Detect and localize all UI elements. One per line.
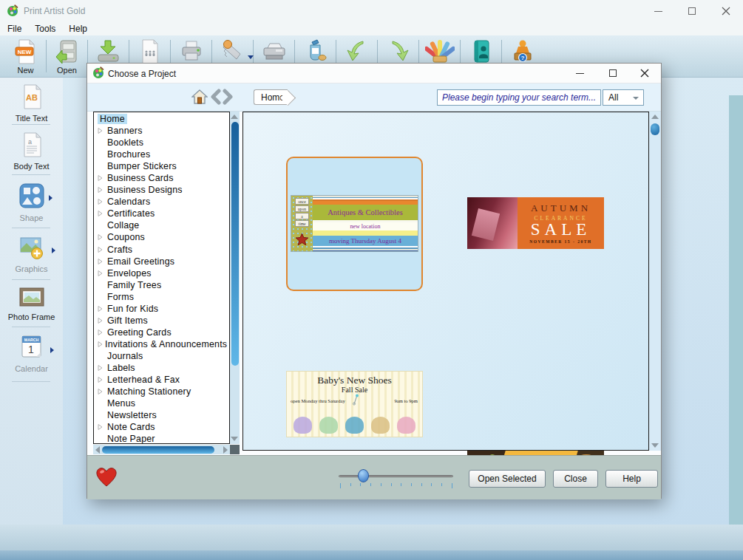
expander-icon[interactable] [94,174,105,182]
expander-icon[interactable] [94,376,105,383]
thumbnail-size-slider-thumb[interactable] [358,469,369,482]
thumbnail-antiques-banner[interactable]: onceuponatime Antiques & Collectibles ne… [286,157,423,291]
expander-icon[interactable] [94,364,105,372]
open-project-button[interactable]: Open [47,38,86,75]
expander-icon[interactable] [94,305,105,313]
dialog-maximize-button[interactable] [598,64,628,83]
tree-item-business-designs[interactable]: Business Designs [94,184,229,196]
dialog-close-button[interactable] [630,64,659,83]
calendar-flyout-icon[interactable] [50,347,54,353]
maximize-button[interactable] [675,0,709,22]
help-button[interactable]: Help [605,470,658,488]
tree-horizontal-scrollbar[interactable] [93,445,230,454]
tree-item-journals[interactable]: Journals [94,350,229,362]
menu-help[interactable]: Help [69,24,87,34]
minimize-button[interactable] [641,0,675,22]
tree-item-email-greetings[interactable]: Email Greetings [94,256,229,267]
shape-flyout-icon[interactable] [49,195,52,201]
tree-item-invitations-announcements[interactable]: Invitations & Announcements [94,338,229,350]
print-button[interactable] [172,38,211,65]
scroll-right-icon[interactable] [223,446,228,454]
help-center-button[interactable]: ? [503,38,542,65]
sidebar-item-shape[interactable]: Shape [0,182,63,222]
expander-icon[interactable] [94,258,105,265]
tree-item-home[interactable]: Home [94,113,229,125]
paste-special-button[interactable] [296,38,335,65]
expander-icon[interactable] [94,341,103,348]
tree-item-matching-stationery[interactable]: Matching Stationery [94,386,229,397]
share-print-button[interactable] [130,38,169,65]
tree-item-banners[interactable]: Banners [94,125,229,137]
expander-icon[interactable] [94,233,105,241]
forward-button[interactable] [223,89,234,108]
thumbnail-size-slider-track[interactable] [339,475,453,477]
breadcrumb[interactable]: Home [254,89,288,105]
scroll-left-icon[interactable] [95,446,100,454]
expander-icon[interactable] [94,198,105,205]
thumbnail-autumn-sale-banner[interactable]: AUTUMN CLEARANCE SALE NOVEMBER 15 - 20TH [467,197,604,249]
tree-item-envelopes[interactable]: Envelopes [94,267,229,279]
tree-item-calendars[interactable]: Calendars [94,196,229,208]
scroll-up-icon[interactable] [231,115,238,119]
tree-item-business-cards[interactable]: Business Cards [94,172,229,184]
tree-item-gift-items[interactable]: Gift Items [94,315,229,327]
tree-item-forms[interactable]: Forms [94,291,229,303]
expander-icon[interactable] [94,317,105,324]
expander-icon[interactable] [94,246,105,253]
tree-item-labels[interactable]: Labels [94,362,229,374]
cutter-dropdown-icon[interactable] [248,55,254,59]
tree-item-brochures[interactable]: Brochures [94,148,229,160]
expander-icon[interactable] [94,270,105,277]
tree-item-family-trees[interactable]: Family Trees [94,279,229,291]
export-graphic-button[interactable] [379,38,418,65]
graphics-flyout-icon[interactable] [52,247,55,253]
save-project-button[interactable] [89,38,128,65]
sidebar-item-photo-frame[interactable]: Photo Frame [0,285,63,321]
favorites-heart-icon[interactable] [95,465,118,488]
tree-item-certificates[interactable]: Certificates [94,208,229,219]
thumbnails-scroll-thumb[interactable] [651,123,659,135]
tree-item-note-paper[interactable]: Note Paper [94,433,229,444]
scroll-down-icon[interactable] [651,443,659,448]
sidebar-item-body-text[interactable]: a Body Text [0,132,63,171]
tree-item-collage[interactable]: Collage [94,219,229,231]
close-button[interactable] [709,0,743,22]
color-schemes-button[interactable] [420,38,459,65]
tree-item-coupons[interactable]: Coupons [94,231,229,243]
address-book-button[interactable] [461,38,501,65]
tree-item-bumper-stickers[interactable]: Bumper Stickers [94,160,229,172]
home-button[interactable] [191,89,208,108]
tree-item-note-cards[interactable]: Note Cards [94,421,229,433]
expander-icon[interactable] [94,388,105,395]
dialog-minimize-button[interactable] [565,64,594,83]
expander-icon[interactable] [94,423,105,431]
thumbnails-vertical-scrollbar[interactable] [649,112,661,451]
tree-scroll-thumb[interactable] [231,122,239,366]
menu-tools[interactable]: Tools [35,24,55,34]
copy-center-button[interactable] [254,38,294,65]
expander-icon[interactable] [94,329,105,336]
back-button[interactable] [210,89,221,108]
tree-item-booklets[interactable]: Booklets [94,137,229,148]
tree-vertical-scrollbar[interactable] [230,112,240,444]
expander-icon[interactable] [94,186,105,194]
sidebar-item-calendar[interactable]: MARCH 1 Calendar [0,332,63,373]
craft-cutter-button[interactable] [213,38,252,65]
expander-icon[interactable] [94,127,105,134]
new-document-button[interactable]: NEW New [6,38,45,75]
scroll-up-icon[interactable] [651,115,659,119]
thumbnail-baby-shoes-banner[interactable]: Baby's New Shoes Fall Sale open Monday t… [286,371,423,437]
expander-icon[interactable] [94,210,105,217]
close-dialog-button[interactable]: Close [553,470,598,488]
tree-item-menus[interactable]: Menus [94,397,229,409]
tree-item-greeting-cards[interactable]: Greeting Cards [94,327,229,338]
menu-file[interactable]: File [7,24,21,34]
sidebar-item-graphics[interactable]: Graphics [0,234,63,273]
tree-item-letterhead-fax[interactable]: Letterhead & Fax [94,374,229,386]
import-graphic-button[interactable] [337,38,376,65]
sidebar-item-title-text[interactable]: AB Title Text [0,83,63,123]
scroll-down-icon[interactable] [231,437,238,441]
tree-hscroll-thumb[interactable] [102,446,214,454]
tree-item-crafts[interactable]: Crafts [94,244,229,256]
search-filter-dropdown[interactable]: All [603,89,644,106]
